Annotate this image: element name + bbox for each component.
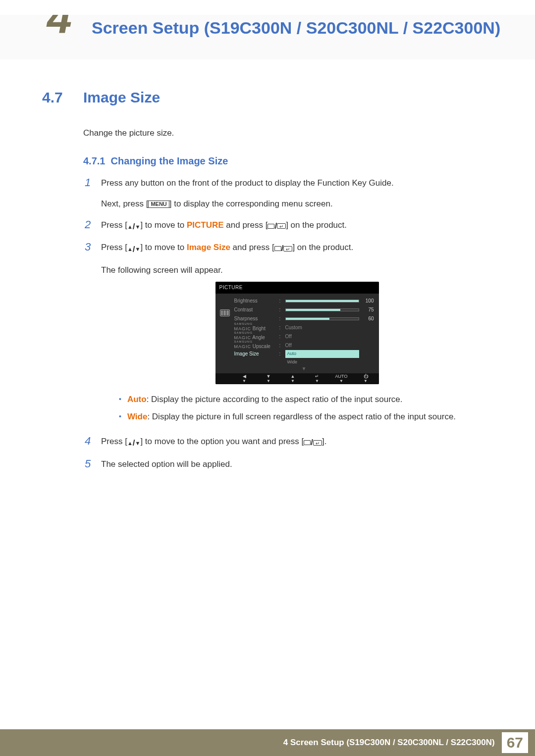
step-text: and press [ (224, 220, 268, 230)
section-heading: 4.7 Image Size (42, 89, 493, 106)
osd-option: Wide (285, 358, 359, 366)
osd-row-sharpness: Sharpness: 60 (234, 314, 374, 323)
step-text: ] on the product. (292, 243, 353, 252)
osd-row-magic-upscale: SAMSUNGMAGIC Upscale: Off (234, 341, 374, 350)
content-area: 4.7 Image Size Change the picture size. … (42, 89, 493, 479)
step-number: 2 (83, 219, 92, 231)
osd-value: 75 (362, 306, 374, 314)
osd-power-icon: ⏻▼ (355, 374, 377, 384)
step-text: Press [ (101, 243, 127, 252)
step-text: Press any button on the front of the pro… (101, 178, 394, 188)
step-5: 5 The selected option will be applied. (83, 458, 493, 471)
osd-value: Off (285, 333, 374, 341)
osd-value: 100 (362, 297, 374, 305)
osd-enter-icon: ↵▼ (306, 374, 328, 384)
osd-label: Sharpness (234, 315, 276, 323)
step-text: Press [ (101, 437, 127, 446)
osd-label: SAMSUNGMAGIC Upscale (234, 341, 276, 351)
slider-icon (285, 300, 359, 302)
step-3: 3 Press [▲/▼] to move to Image Size and … (83, 241, 493, 427)
osd-value: 60 (362, 315, 374, 323)
page-number: 67 (502, 732, 528, 753)
osd-row-magic-bright: SAMSUNGMAGIC Bright: Custom (234, 323, 374, 332)
steps-list: 1 Press any button on the front of the p… (83, 177, 493, 471)
step-body: The selected option will be applied. (101, 458, 493, 471)
select-icon: / (304, 436, 322, 449)
bullet-wide: Wide: Display the picture in full screen… (119, 410, 493, 423)
bullet-desc: : Display the picture in full screen reg… (147, 412, 456, 421)
step-text: ] to move to (140, 243, 187, 252)
up-down-icon: ▲/▼ (127, 220, 141, 233)
step-body: Press any button on the front of the pro… (101, 177, 493, 211)
osd-label: Image Size (234, 350, 276, 358)
bullet-auto: Auto: Display the picture according to t… (119, 393, 493, 406)
step-text: Next, press [ (101, 199, 148, 208)
osd-row-magic-angle: SAMSUNGMAGIC Angle: Off (234, 332, 374, 341)
step-body: Press [▲/▼] to move to PICTURE and press… (101, 219, 493, 234)
page-title: Screen Setup (S19C300N / S20C300NL / S22… (92, 17, 505, 39)
step-number: 4 (83, 435, 92, 447)
step-number: 1 (83, 177, 92, 189)
step-4: 4 Press [▲/▼] to move to the option you … (83, 435, 493, 450)
osd-sidebar (215, 294, 234, 373)
osd-row-brightness: Brightness: 100 (234, 297, 374, 305)
picture-icon (220, 309, 230, 316)
subsection-number: 4.7.1 (83, 155, 105, 166)
up-down-icon: ▲/▼ (127, 243, 141, 256)
osd-list: Brightness: 100 Contrast: 75 Sharpness: (234, 294, 379, 373)
up-down-icon: ▲/▼ (127, 437, 141, 450)
picture-highlight: PICTURE (187, 220, 224, 230)
section-title: Image Size (83, 89, 160, 106)
osd-up-icon: ▲▼ (282, 374, 304, 384)
section-intro: Change the picture size. (83, 128, 493, 138)
step-number: 5 (83, 458, 92, 470)
clip (0, 0, 535, 15)
footer-text: 4 Screen Setup (S19C300N / S20C300NL / S… (283, 738, 495, 748)
select-icon: / (268, 220, 286, 233)
slider-icon (285, 317, 359, 320)
menu-button-icon: MENU (148, 201, 169, 208)
osd-auto-icon: AUTO▼ (330, 374, 353, 384)
osd-value: Off (285, 342, 374, 350)
step-2: 2 Press [▲/▼] to move to PICTURE and pre… (83, 219, 493, 234)
step-number: 3 (83, 241, 92, 253)
select-icon: / (274, 242, 293, 255)
osd-label: Contrast (234, 306, 276, 314)
bullet-label: Auto (127, 395, 147, 404)
step-body: Press [▲/▼] to move to Image Size and pr… (101, 241, 493, 427)
option-bullets: Auto: Display the picture according to t… (119, 393, 493, 423)
subsection-heading: 4.7.1 Changing the Image Size (83, 155, 493, 167)
bullet-desc: : Display the picture according to the a… (147, 395, 403, 404)
osd-header: PICTURE (215, 282, 379, 294)
step-text: ] on the product. (286, 220, 347, 230)
osd-footer: ◀▼ ▼▼ ▲▼ ↵▼ AUTO▼ ⏻▼ (215, 373, 379, 385)
step-text: ] to move to (140, 220, 187, 230)
step-text: ]. (322, 437, 326, 446)
osd-row-image-size: Image Size: Auto Wide (234, 350, 374, 366)
slider-icon (285, 308, 359, 311)
step-body: Press [▲/▼] to move to the option you wa… (101, 435, 493, 450)
osd-label: Brightness (234, 297, 276, 305)
footer-band: 4 Screen Setup (S19C300N / S20C300NL / S… (0, 729, 535, 756)
osd-row-contrast: Contrast: 75 (234, 305, 374, 314)
subsection-title: Changing the Image Size (111, 155, 228, 166)
osd-value: Custom (285, 324, 374, 332)
imagesize-highlight: Image Size (187, 243, 230, 252)
step-text: The following screen will appear. (101, 264, 493, 277)
step-text: ] to display the corresponding menu scre… (169, 199, 333, 208)
section-number: 4.7 (42, 89, 69, 106)
osd-option-selected: Auto (285, 350, 359, 358)
step-1: 1 Press any button on the front of the p… (83, 177, 493, 211)
osd-left-icon: ◀▼ (233, 374, 256, 384)
osd-dropdown: Auto Wide (285, 350, 359, 366)
osd-picture-menu: PICTURE Brightness: 100 C (215, 282, 379, 384)
bullet-label: Wide (127, 412, 147, 421)
step-text: and press [ (230, 243, 274, 252)
step-text: ] to move to the option you want and pre… (140, 437, 304, 446)
step-text: Press [ (101, 220, 127, 230)
osd-down-icon: ▼▼ (258, 374, 280, 384)
